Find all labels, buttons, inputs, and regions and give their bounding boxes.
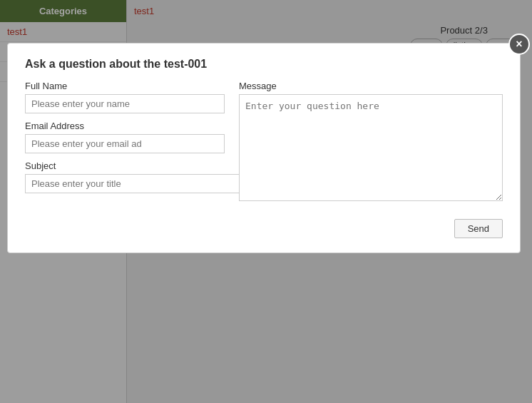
send-row: Send bbox=[25, 219, 503, 238]
message-label: Message bbox=[239, 81, 503, 91]
send-button[interactable]: Send bbox=[454, 219, 503, 238]
full-name-input[interactable] bbox=[25, 94, 225, 113]
subject-input[interactable] bbox=[25, 174, 260, 193]
form-right: Message bbox=[239, 81, 503, 210]
form-left: Full Name Email Address Subject bbox=[25, 81, 225, 210]
email-input[interactable] bbox=[25, 134, 225, 153]
close-icon[interactable]: × bbox=[508, 34, 530, 55]
message-group: Message bbox=[239, 81, 503, 203]
message-textarea[interactable] bbox=[239, 94, 503, 201]
form-layout: Full Name Email Address Subject Message bbox=[25, 81, 503, 210]
email-label: Email Address bbox=[25, 121, 225, 131]
subject-label: Subject bbox=[25, 160, 225, 171]
subject-group: Subject bbox=[25, 160, 225, 193]
modal-dialog: × Ask a question about the test-001 Full… bbox=[7, 43, 521, 253]
full-name-label: Full Name bbox=[25, 81, 225, 91]
modal-title: Ask a question about the test-001 bbox=[25, 58, 503, 71]
full-name-group: Full Name bbox=[25, 81, 225, 113]
email-group: Email Address bbox=[25, 121, 225, 153]
